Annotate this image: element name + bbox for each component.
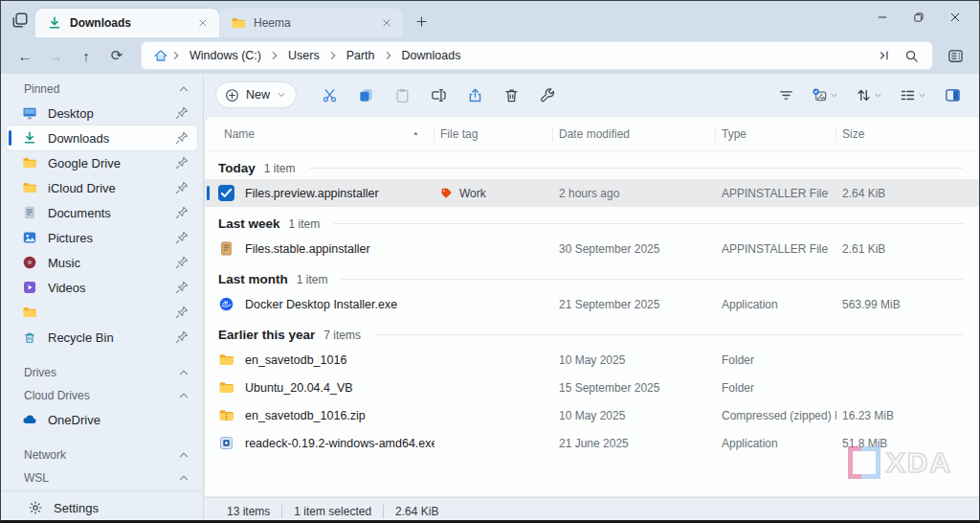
- chevron-right-icon: [383, 50, 394, 61]
- selected-checkbox[interactable]: [218, 185, 234, 201]
- file-row[interactable]: en_savetodb_1016 10 May 2025 Folder: [205, 346, 979, 374]
- column-header-type[interactable]: Type: [716, 126, 836, 142]
- sidebar-item-folder[interactable]: [7, 300, 197, 325]
- sort-button[interactable]: [849, 80, 889, 109]
- group-header[interactable]: Last week 1 item: [205, 207, 979, 235]
- pin-icon[interactable]: [174, 130, 189, 146]
- pin-icon[interactable]: [174, 105, 189, 121]
- close-icon: [198, 18, 208, 28]
- sidebar-section-drives[interactable]: Drives: [1, 361, 203, 384]
- home-icon[interactable]: [153, 48, 168, 63]
- file-row[interactable]: Ubuntu_20.04.4_VB 15 September 2025 Fold…: [205, 374, 979, 401]
- delete-button[interactable]: [496, 80, 526, 109]
- file-row[interactable]: en_savetodb_1016.zip 10 May 2025 Compres…: [205, 401, 979, 429]
- group-header[interactable]: Earlier this year 7 items: [205, 318, 979, 346]
- sidebar-section-label: Drives: [24, 366, 178, 379]
- rename-icon: [431, 87, 447, 103]
- up-button[interactable]: ↑: [72, 42, 100, 69]
- app-icon[interactable]: [9, 9, 32, 32]
- sidebar-item-label: Downloads: [48, 131, 164, 146]
- properties-button[interactable]: [532, 80, 563, 109]
- tab-downloads[interactable]: Downloads: [35, 9, 219, 37]
- sidebar-item-downloads[interactable]: Downloads: [7, 125, 197, 150]
- tab-close-button[interactable]: [378, 14, 395, 32]
- sidebar-item-music[interactable]: Music: [7, 250, 197, 275]
- column-header-size[interactable]: Size: [836, 126, 979, 142]
- sidebar-item-documents[interactable]: Documents: [7, 200, 197, 225]
- pin-icon[interactable]: [174, 330, 189, 345]
- group-header[interactable]: Last month 1 item: [205, 262, 979, 290]
- pin-icon[interactable]: [174, 280, 189, 295]
- sidebar-item-pictures[interactable]: Pictures: [7, 225, 197, 250]
- pin-icon[interactable]: [174, 305, 189, 320]
- sidebar-section-pinned[interactable]: Pinned: [1, 78, 203, 101]
- new-button[interactable]: New: [215, 81, 297, 108]
- breadcrumb-segment[interactable]: Downloads: [396, 46, 467, 65]
- column-header-name[interactable]: Name: [218, 126, 434, 142]
- group-header[interactable]: Today 1 item: [205, 151, 979, 179]
- copy-button[interactable]: [350, 80, 381, 109]
- file-row[interactable]: Files.preview.appinstaller Work 2 hours …: [205, 179, 979, 207]
- chevron-up-icon[interactable]: [178, 472, 189, 484]
- goto-end-button[interactable]: [871, 43, 898, 68]
- edit-tags-button[interactable]: [805, 80, 845, 109]
- share-button[interactable]: [459, 80, 490, 109]
- pin-icon[interactable]: [174, 155, 189, 171]
- breadcrumb[interactable]: Windows (C:) Users Parth Downloads: [141, 41, 933, 70]
- breadcrumb-segment[interactable]: Users: [282, 46, 325, 65]
- cut-button[interactable]: [314, 80, 345, 109]
- filter-button[interactable]: [770, 80, 801, 109]
- chevron-up-icon[interactable]: [178, 367, 189, 378]
- file-tag-label: Work: [459, 187, 486, 200]
- sidebar-section-network[interactable]: Network: [1, 443, 203, 466]
- column-header-date-modified[interactable]: Date modified: [553, 126, 716, 142]
- sidebar-item-desktop[interactable]: Desktop: [7, 101, 197, 125]
- file-row[interactable]: readeck-0.19.2-windows-amd64.exe 21 June…: [205, 429, 979, 457]
- sidebar-section-cloud-drives[interactable]: Cloud Drives: [1, 384, 203, 407]
- details-list-button[interactable]: [941, 42, 969, 69]
- sidebar-section-wsl[interactable]: WSL: [1, 466, 203, 489]
- file-group: Last week 1 item Files.stable.appinstall…: [205, 207, 979, 262]
- address-bar: ←→↑⟳ Windows (C:) Users Parth Downloads: [1, 37, 979, 74]
- breadcrumb-segment[interactable]: Parth: [341, 46, 381, 65]
- new-tab-button[interactable]: [409, 10, 434, 33]
- chevron-up-icon[interactable]: [178, 449, 189, 461]
- layout-button[interactable]: [893, 80, 933, 109]
- minimize-button[interactable]: [864, 5, 901, 30]
- tab-close-button[interactable]: [194, 14, 212, 32]
- pin-icon[interactable]: [174, 205, 189, 220]
- chevron-right-icon: [327, 50, 339, 61]
- tab-heema[interactable]: Heema: [219, 9, 403, 37]
- rename-button[interactable]: [423, 80, 454, 109]
- sidebar-item-settings[interactable]: Settings: [12, 495, 191, 520]
- preview-pane-button[interactable]: [937, 80, 968, 109]
- close-button[interactable]: [937, 5, 973, 30]
- column-header-file-tag[interactable]: File tag: [434, 126, 553, 142]
- paste-button[interactable]: [387, 80, 417, 109]
- refresh-button[interactable]: ⟳: [102, 42, 131, 69]
- group-title: Last month: [218, 272, 288, 286]
- sidebar-item-videos[interactable]: Videos: [7, 275, 197, 300]
- group-title: Today: [218, 161, 256, 175]
- chevron-up-icon[interactable]: [178, 83, 189, 95]
- pin-icon[interactable]: [174, 255, 189, 270]
- sidebar-item-icloud-drive[interactable]: iCloud Drive: [7, 175, 197, 200]
- sidebar-item-onedrive[interactable]: OneDrive: [7, 407, 197, 432]
- file-name-cell: Ubuntu_20.04.4_VB: [218, 379, 434, 396]
- maximize-button[interactable]: [901, 5, 937, 30]
- forward-button[interactable]: →: [41, 42, 70, 69]
- sidebar-item-google-drive[interactable]: Google Drive: [7, 150, 197, 175]
- onedrive-icon: [22, 412, 37, 427]
- breadcrumb-segment[interactable]: Windows (C:): [184, 46, 267, 65]
- file-row[interactable]: Files.stable.appinstaller 30 September 2…: [205, 235, 979, 262]
- back-button[interactable]: ←: [11, 42, 39, 69]
- search-button[interactable]: [898, 43, 924, 68]
- sidebar-item-label: Music: [48, 256, 164, 270]
- file-size: 563.99 MiB: [836, 298, 979, 311]
- chevron-up-icon[interactable]: [178, 390, 189, 401]
- pin-icon[interactable]: [174, 180, 189, 195]
- chevron-right-icon: [170, 50, 182, 61]
- pin-icon[interactable]: [174, 230, 189, 245]
- sidebar-item-recycle-bin[interactable]: Recycle Bin: [7, 325, 197, 350]
- file-row[interactable]: Docker Desktop Installer.exe 21 Septembe…: [205, 290, 979, 318]
